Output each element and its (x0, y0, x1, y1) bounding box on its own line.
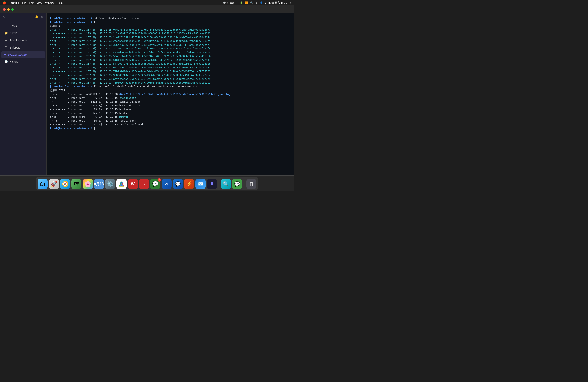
dock-item-wangyiyun[interactable]: ♪ (139, 179, 149, 189)
term-line-6: drwx--x---. 4 root root 237 8月 12 20:03 … (50, 35, 291, 39)
term-line-8: drwx--x---. 4 root root 237 8月 12 20:03 … (50, 43, 291, 47)
mail-icon[interactable]: ✉ (41, 15, 43, 19)
dock-item-maps[interactable]: 🗺 (71, 179, 82, 189)
dock-item-magnifier[interactable]: 🔍 (221, 179, 231, 189)
term-line-17: drwx--x---. 4 root root 237 8月 12 20:03 … (50, 77, 291, 81)
menubar-help[interactable]: Help (57, 1, 63, 4)
dock-item-chrome[interactable] (116, 179, 126, 189)
dock-item-trash[interactable]: 🗑 (246, 179, 256, 189)
dock-item-wechat[interactable]: 💬 3 (150, 179, 160, 189)
portforwarding-icon: ➜ (4, 39, 8, 42)
dock-container: 🗂 🚀 🧭 🗺 🌸 8月13 ⚙️ W ♪ 💬 3 ✉ 💬 ⚡ 📧 🖥 🔍 💬 … (0, 175, 294, 191)
menubar-controlcenter[interactable]: ⊞ (255, 1, 257, 4)
dock-item-spark[interactable]: ⚡ (184, 179, 194, 189)
menubar-right: 💬 3 ⌨ A 🔋 📶 🔍 ⊞ 👤 8月13日 周六 10:30 🎙 (223, 1, 292, 4)
menubar-app-name[interactable]: Termius (9, 1, 19, 4)
sftp-icon: 📁 (4, 32, 8, 35)
settings-icon[interactable]: ⚙ (3, 15, 6, 19)
history-icon: 🕐 (4, 60, 8, 64)
term-line-25: -rw-r--r--. 1 root root 13 8月 13 10:15 h… (50, 107, 291, 111)
hosts-label: Hosts (10, 24, 17, 28)
app-content: ⚙ 🔔 ✉ ☰ Hosts 📁 SFTP ➜ (0, 13, 294, 175)
titlebar (0, 5, 294, 13)
term-line-27: drwx--x---. 2 root root 6 8月 13 10:15 mo… (50, 115, 291, 119)
dock-item-wps[interactable]: W (128, 179, 138, 189)
term-line-16: drwx--x---. 4 root root 237 8月 12 20:03 … (50, 73, 291, 77)
term-line-20: 总用量 5784 (50, 88, 291, 92)
hosts-icon: ☰ (4, 24, 8, 28)
term-line-10: drwx--x---. 4 root root 237 8月 12 20:03 … (50, 51, 291, 54)
menubar-file[interactable]: File (22, 1, 26, 4)
dock-item-appstore[interactable]: 8月13 (94, 179, 104, 189)
dock: 🗂 🚀 🧭 🗺 🌸 8月13 ⚙️ W ♪ 💬 3 ✉ 💬 ⚡ 📧 🖥 🔍 💬 … (36, 177, 258, 190)
term-line-2: [root@localhost containers]# ll (50, 20, 291, 24)
bell-icon[interactable]: 🔔 (35, 15, 39, 19)
snippets-icon: { } (4, 46, 8, 49)
term-line-26: -rw-r--r--. 1 root root 175 8月 13 10:15 … (50, 111, 291, 115)
close-button[interactable] (3, 8, 6, 11)
menubar-edit[interactable]: Edit (29, 1, 34, 4)
term-line-9: drwx--x---. 4 root root 237 8月 12 20:03 … (50, 47, 291, 51)
dock-item-mail[interactable]: 📧 (195, 179, 206, 189)
term-line-30: [root@localhost containers]# (50, 127, 291, 130)
sidebar-item-snippets[interactable]: { } Snippets (1, 44, 45, 51)
menubar-a: A (236, 1, 237, 4)
dock-item-mimestream[interactable]: ✉ (162, 179, 172, 189)
dock-item-messages[interactable]: 💬 (173, 179, 183, 189)
term-line-3: 总用量 0 (50, 24, 291, 28)
apple-icon[interactable]: 🍎 (2, 1, 6, 5)
sidebar-item-hosts[interactable]: ☰ Hosts (1, 22, 45, 30)
sidebar-item-active-session[interactable]: 192.168.170.19 (1, 51, 45, 58)
menubar-view[interactable]: View (37, 1, 42, 4)
sftp-label: SFTP (10, 32, 17, 35)
term-line-21: -rw-r-----. 1 root root 4361119 8月 13 10… (50, 92, 291, 96)
dock-item-systemprefs[interactable]: ⚙️ (105, 179, 115, 189)
menubar-search[interactable]: 🔍 (250, 1, 253, 4)
sidebar-item-portforwarding[interactable]: ➜ Port Forwarding (1, 37, 45, 44)
sidebar-item-sftp[interactable]: 📁 SFTP (1, 30, 45, 37)
minimize-button[interactable] (7, 8, 10, 11)
menubar-left: 🍎 Termius File Edit View Window Help (2, 1, 63, 5)
sidebar: ⚙ 🔔 ✉ ☰ Hosts 📁 SFTP ➜ (0, 13, 47, 175)
menubar-wechat: 💬 3 (223, 1, 228, 4)
dock-item-safari[interactable]: 🧭 (60, 179, 70, 189)
sidebar-item-history[interactable]: 🕐 History (1, 58, 45, 65)
term-line-22: drwx------. 2 root root 6 8月 13 10:15 ch… (50, 96, 291, 100)
term-line-14: drwx--x---. 4 root root 237 8月 12 20:03 … (50, 66, 291, 70)
menubar-wifi: 📶 (245, 1, 248, 4)
traffic-lights (3, 8, 14, 11)
app-window: ⚙ 🔔 ✉ ☰ Hosts 📁 SFTP ➜ (0, 5, 294, 175)
dock-item-ssh[interactable]: 🖥 (207, 179, 217, 189)
terminal-content[interactable]: [root@localhost containers]# cd /var/lib… (47, 13, 294, 175)
term-line-5: drwx--x---. 4 root root 213 8月 12 20:03 … (50, 32, 291, 35)
term-line-15: drwx--x---. 4 root root 237 8月 12 20:03 … (50, 69, 291, 73)
sidebar-nav: ☰ Hosts 📁 SFTP ➜ Port Forwarding { } Sni… (0, 21, 46, 175)
term-line-18: drwx--x---. 4 root root 237 8月 12 20:03 … (50, 81, 291, 85)
dock-item-finder[interactable]: 🗂 (38, 179, 48, 189)
menubar-window[interactable]: Window (45, 1, 54, 4)
portforwarding-label: Port Forwarding (10, 39, 29, 42)
dock-item-photos[interactable]: 🌸 (83, 179, 93, 189)
session-active-dot (4, 54, 6, 55)
menubar-siri[interactable]: 🎙 (289, 1, 292, 4)
menubar-battery: 🔋 (240, 1, 243, 4)
sidebar-top: ⚙ 🔔 ✉ (0, 13, 46, 21)
session-ip-label: 192.168.170.19 (8, 53, 27, 56)
term-line-11: drwx--x---. 4 root root 237 8月 12 20:03 … (50, 54, 291, 58)
menubar: 🍎 Termius File Edit View Window Help 💬 3… (0, 0, 294, 5)
dock-item-messages2[interactable]: 💬 (232, 179, 242, 189)
term-line-28: -rw-r--r--. 1 root root 56 8月 13 10:15 r… (50, 119, 291, 123)
dock-item-launchpad[interactable]: 🚀 (49, 179, 59, 189)
term-line-29: -rw-r--r--. 1 root root 71 8月 13 10:15 r… (50, 123, 291, 127)
term-line-1: [root@localhost containers]# cd /var/lib… (50, 16, 291, 20)
history-label: History (10, 60, 18, 63)
maximize-button[interactable] (11, 8, 14, 11)
term-line-13: drwx--x---. 4 root root 237 8月 12 20:03 … (50, 62, 291, 66)
term-line-7: drwx--x---. 4 root root 237 8月 12 20:03 … (50, 39, 291, 43)
term-line-23: -rw-------. 1 root root 3412 8月 13 10:15… (50, 100, 291, 104)
terminal-area[interactable]: [root@localhost containers]# cd /var/lib… (47, 13, 294, 175)
term-line-4: drwx--x---. 4 root root 237 8月 13 10:15 … (50, 28, 291, 32)
menubar-keyboard: ⌨ (230, 1, 233, 4)
term-line-19: [root@localhost containers]# ll 04c276ff… (50, 85, 291, 88)
wechat-badge: 3 (158, 178, 161, 182)
